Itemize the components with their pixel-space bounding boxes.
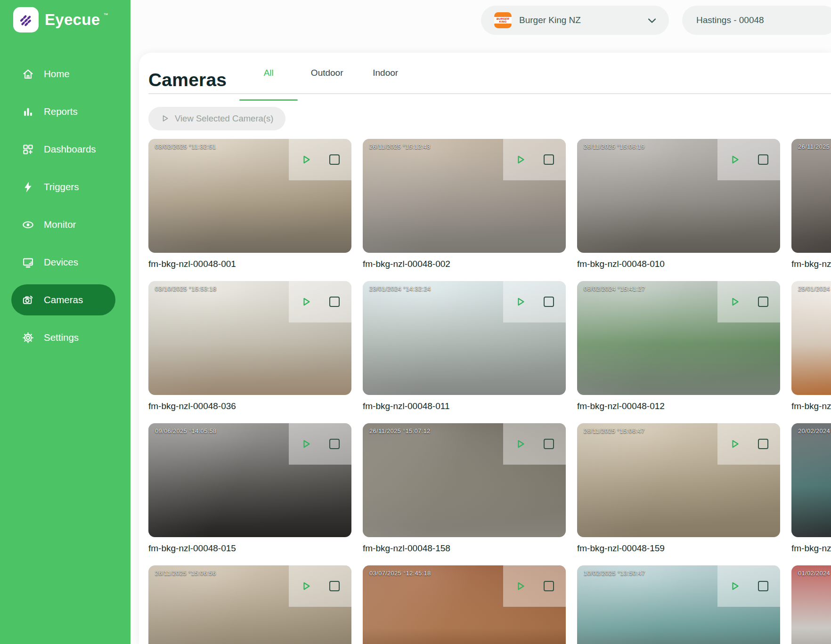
sidebar-item-dashboards[interactable]: Dashboards (0, 130, 130, 168)
camera-timestamp: 23/01/2024 °14:32:24 (369, 285, 431, 292)
camera-tile[interactable]: 26/11/2025 °15:06:47 (577, 423, 780, 537)
camera-select-checkbox[interactable] (329, 297, 340, 307)
camera-label: fm-bkg-nzl-00048-158 (363, 543, 566, 554)
camera-label: fm-bkg-nzl-00048-036 (148, 401, 351, 411)
sidebar-item-reports[interactable]: Reports (0, 93, 130, 130)
camera-select-checkbox[interactable] (544, 439, 554, 449)
bk-bun-bottom (494, 24, 512, 28)
play-icon[interactable] (301, 581, 311, 591)
camera-tile[interactable]: 26/11/2025 °15:07:12 (363, 423, 566, 537)
camera-tile[interactable]: 26/11/2025 °15:06:19 (577, 139, 780, 253)
camera-label: fm-bkg-nzl-00048-015 (148, 543, 351, 554)
play-icon[interactable] (301, 439, 311, 449)
sidebar-item-monitor[interactable]: Monitor (0, 206, 130, 243)
camera-tile[interactable]: 23/01/2024 °14:32:24 (363, 281, 566, 395)
camera-select-checkbox[interactable] (329, 581, 340, 591)
settings-icon (22, 331, 36, 344)
play-icon[interactable] (730, 581, 740, 591)
camera-tile[interactable]: 26/11/2025 °15:12:43 (363, 139, 566, 253)
tab-outdoor[interactable]: Outdoor (298, 53, 356, 100)
camera-select-checkbox[interactable] (758, 154, 768, 165)
org-selector[interactable]: BURGER KING Burger King NZ (481, 6, 669, 35)
camera-tile[interactable]: 20/02/2024 °15:18:06 (791, 423, 831, 537)
camera-tile[interactable]: 03/02/2025 °11:32:51 (148, 139, 351, 253)
play-icon[interactable] (301, 297, 311, 307)
camera-tile-controls (717, 281, 780, 322)
bk-logo-line2: KING (494, 20, 512, 23)
sidebar: Eyecue ™ Home (0, 0, 130, 644)
sidebar-item-devices[interactable]: Devices (0, 243, 130, 281)
play-icon[interactable] (515, 439, 526, 449)
site-selector-label: Hastings - 00048 (696, 15, 764, 25)
camera-tile[interactable]: 03/10/2025 °15:53:18 (148, 281, 351, 395)
play-icon[interactable] (730, 439, 740, 449)
camera-tile[interactable]: 06/02/2024 °15:41:27 (577, 281, 780, 395)
camera-grid: 03/02/2025 °11:32:51 fm-bkg-nzl-00048-00… (148, 139, 831, 644)
view-selected-cameras-label: View Selected Camera(s) (175, 113, 273, 124)
camera-timestamp: 03/07/2025 °12:45:18 (369, 570, 431, 577)
camera-select-checkbox[interactable] (758, 439, 768, 449)
camera-timestamp: 03/10/2025 °15:53:18 (155, 285, 216, 292)
sidebar-item-label: Triggers (44, 181, 79, 193)
camera-select-checkbox[interactable] (329, 154, 340, 165)
camera-tile-controls (289, 281, 351, 322)
sidebar-item-triggers[interactable]: Triggers (0, 168, 130, 206)
camera-timestamp: 26/11/2025 °15:07:12 (369, 427, 431, 435)
camera-select-checkbox[interactable] (758, 581, 768, 591)
camera-tile[interactable]: 03/07/2025 °12:45:18 (363, 565, 566, 644)
sidebar-nav: Home Reports (0, 55, 130, 356)
sidebar-item-label: Cameras (44, 294, 83, 306)
sidebar-item-cameras[interactable]: Cameras (11, 284, 115, 315)
sidebar-item-settings[interactable]: Settings (0, 319, 130, 356)
org-selector-label: Burger King NZ (519, 15, 581, 25)
sidebar-item-label: Settings (44, 332, 79, 343)
camera-tile-controls (503, 565, 566, 607)
tab-all[interactable]: All (239, 53, 298, 100)
camera-cell: 26/11/2025 °15:06:56 (148, 565, 351, 644)
camera-cell: 10/02/2025 °13:50:47 (577, 565, 780, 644)
camera-tile[interactable]: 10/02/2025 °13:50:47 (577, 565, 780, 644)
camera-tile[interactable]: 01/02/2024 °15:12:08 (791, 565, 831, 644)
devices-icon (22, 256, 36, 269)
camera-timestamp: 10/02/2025 °13:50:47 (584, 570, 645, 577)
site-selector[interactable]: Hastings - 00048 (682, 6, 831, 35)
content-card: Cameras All Outdoor Indoor View Selected… (139, 53, 831, 644)
camera-cell: 03/07/2025 °12:45:18 (363, 565, 566, 644)
main-area: BURGER KING Burger King NZ Hastings - 00… (130, 0, 831, 644)
play-icon[interactable] (515, 154, 526, 165)
play-icon[interactable] (730, 297, 740, 307)
play-icon[interactable] (301, 154, 311, 165)
camera-label: fm-bkg-nz (791, 259, 831, 269)
play-icon[interactable] (730, 154, 740, 165)
camera-cell: 25/01/2024 °14:30:55 fm-bkg-nz (791, 281, 831, 411)
camera-cell: 23/01/2024 °14:32:24 fm-bkg-nzl-00048-01… (363, 281, 566, 411)
camera-select-checkbox[interactable] (329, 439, 340, 449)
burger-king-logo: BURGER KING (494, 12, 512, 29)
camera-label: fm-bkg-nzl-00048-011 (363, 401, 566, 411)
camera-filter-tabs: All Outdoor Indoor (239, 53, 415, 100)
camera-cell: 09/06/2025 °14:05:58 fm-bkg-nzl-00048-01… (148, 423, 351, 554)
sidebar-item-home[interactable]: Home (0, 55, 130, 93)
camera-label: fm-bkg-nzl-00048-002 (363, 259, 566, 269)
camera-tile[interactable]: 26/11/2025 °15:06:31 (791, 139, 831, 253)
camera-cell: 26/11/2025 °15:06:19 fm-bkg-nzl-00048-01… (577, 139, 780, 269)
camera-select-checkbox[interactable] (544, 297, 554, 307)
camera-tile-controls (503, 139, 566, 180)
camera-select-checkbox[interactable] (544, 581, 554, 591)
camera-timestamp: 09/06/2025 °14:05:58 (155, 427, 216, 435)
cameras-icon (22, 294, 36, 306)
camera-timestamp: 26/11/2025 °15:06:56 (155, 570, 216, 577)
play-icon[interactable] (515, 297, 526, 307)
camera-tile[interactable]: 26/11/2025 °15:06:56 (148, 565, 351, 644)
camera-tile[interactable]: 25/01/2024 °14:30:55 (791, 281, 831, 395)
brand[interactable]: Eyecue ™ (13, 7, 111, 32)
camera-select-checkbox[interactable] (544, 154, 554, 165)
play-icon[interactable] (515, 581, 526, 591)
tab-indoor[interactable]: Indoor (356, 53, 415, 100)
camera-timestamp: 26/11/2025 °15:06:31 (798, 143, 831, 150)
camera-label: fm-bkg-nzl-00048-012 (577, 401, 780, 411)
camera-select-checkbox[interactable] (758, 297, 768, 307)
camera-tile-controls (717, 423, 780, 465)
camera-tile[interactable]: 09/06/2025 °14:05:58 (148, 423, 351, 537)
view-selected-cameras-button[interactable]: View Selected Camera(s) (148, 107, 285, 130)
